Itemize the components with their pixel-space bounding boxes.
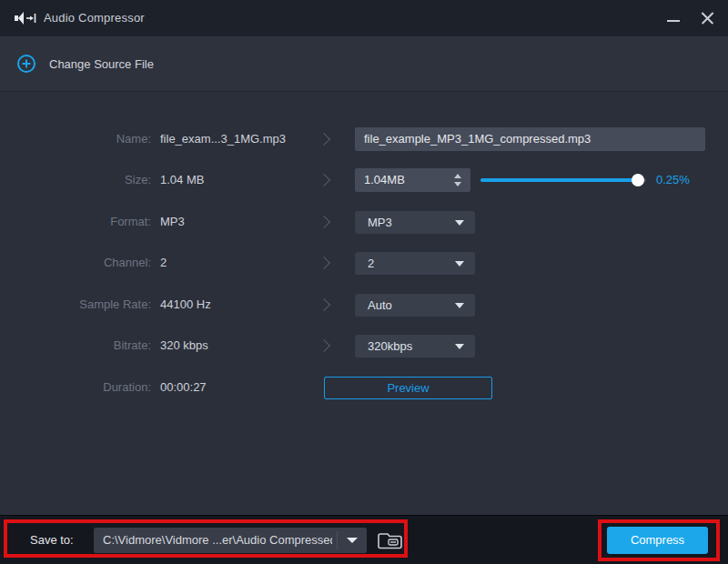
browse-folder-button[interactable] xyxy=(377,529,404,551)
sample-rate-dropdown[interactable]: Auto xyxy=(355,294,475,317)
chevron-down-icon xyxy=(455,261,464,267)
form-area: Name: file_exam...3_1MG.mp3 file_example… xyxy=(0,93,728,515)
chevron-down-icon xyxy=(455,344,464,349)
size-slider[interactable] xyxy=(480,178,646,182)
save-path-input[interactable]: C:\Vidmore\Vidmore ...er\Audio Compresse… xyxy=(94,528,367,553)
chevron-right-icon xyxy=(318,133,330,146)
bitrate-row: Bitrate: 320 kbps 320kbps xyxy=(0,334,728,358)
chevron-down-icon xyxy=(455,220,464,226)
format-row: Format: MP3 MP3 xyxy=(0,210,728,234)
save-path-value: C:\Vidmore\Vidmore ...er\Audio Compresse… xyxy=(103,528,332,553)
compress-button[interactable]: Compress xyxy=(607,527,708,554)
size-spinner-value: 1.04MB xyxy=(364,168,405,192)
sample-rate-dropdown-value: Auto xyxy=(368,294,392,317)
change-source-file-label: Change Source File xyxy=(49,57,154,71)
change-source-file-button[interactable]: Change Source File xyxy=(16,49,154,78)
format-dropdown-value: MP3 xyxy=(368,211,392,234)
format-source-value: MP3 xyxy=(160,210,185,234)
audio-compressor-icon xyxy=(15,10,36,26)
format-label: Format: xyxy=(0,210,151,234)
header-strip: Change Source File xyxy=(0,36,728,92)
add-circle-icon xyxy=(16,54,36,74)
bitrate-source-value: 320 kbps xyxy=(160,334,208,358)
duration-label: Duration: xyxy=(0,376,151,399)
chevron-right-icon xyxy=(318,339,330,352)
preview-button[interactable]: Preview xyxy=(324,377,492,399)
window-title: Audio Compressor xyxy=(44,0,145,36)
audio-compressor-window: Audio Compressor Change Source File Name… xyxy=(0,0,728,564)
bitrate-dropdown[interactable]: 320kbps xyxy=(355,335,475,358)
spinner-up-icon[interactable] xyxy=(454,174,461,178)
spinner-down-icon[interactable] xyxy=(454,182,461,186)
size-label: Size: xyxy=(0,168,151,192)
divider xyxy=(337,531,338,549)
bitrate-dropdown-value: 320kbps xyxy=(368,335,412,358)
sample-rate-source-value: 44100 Hz xyxy=(160,293,211,317)
channel-row: Channel: 2 2 xyxy=(0,251,728,275)
name-source-value: file_exam...3_1MG.mp3 xyxy=(160,127,286,151)
channel-dropdown-value: 2 xyxy=(368,252,374,275)
chevron-down-icon[interactable] xyxy=(347,538,358,543)
channel-source-value: 2 xyxy=(160,251,167,275)
sample-rate-row: Sample Rate: 44100 Hz Auto xyxy=(0,293,728,317)
chevron-right-icon xyxy=(318,216,330,228)
titlebar: Audio Compressor xyxy=(0,0,728,36)
chevron-right-icon xyxy=(318,174,330,186)
size-spinner-buttons[interactable] xyxy=(451,168,464,192)
compression-ratio-value: 0.25% xyxy=(656,168,690,192)
footer-bar: Save to: C:\Vidmore\Vidmore ...er\Audio … xyxy=(0,515,728,564)
chevron-right-icon xyxy=(318,298,330,311)
minimize-button[interactable] xyxy=(660,5,687,32)
chevron-right-icon xyxy=(318,257,330,269)
channel-label: Channel: xyxy=(0,251,151,275)
save-to-label: Save to: xyxy=(30,528,74,553)
name-label: Name: xyxy=(0,127,151,151)
channel-dropdown[interactable]: 2 xyxy=(355,252,475,275)
duration-row: Duration: 00:00:27 Preview xyxy=(0,376,728,399)
sample-rate-label: Sample Rate: xyxy=(0,293,151,317)
minimize-icon xyxy=(667,20,680,22)
size-row: Size: 1.04 MB 1.04MB 0.25% xyxy=(0,168,728,192)
size-slider-fill xyxy=(480,178,637,182)
size-slider-thumb[interactable] xyxy=(632,174,644,186)
bitrate-label: Bitrate: xyxy=(0,334,151,358)
format-dropdown[interactable]: MP3 xyxy=(355,211,475,234)
size-spinner[interactable]: 1.04MB xyxy=(355,168,470,192)
duration-source-value: 00:00:27 xyxy=(160,376,207,399)
name-row: Name: file_exam...3_1MG.mp3 file_example… xyxy=(0,127,728,151)
output-name-input[interactable]: file_example_MP3_1MG_compressed.mp3 xyxy=(355,127,705,151)
close-button[interactable] xyxy=(693,5,721,32)
chevron-down-icon xyxy=(455,303,464,308)
size-source-value: 1.04 MB xyxy=(160,168,204,192)
